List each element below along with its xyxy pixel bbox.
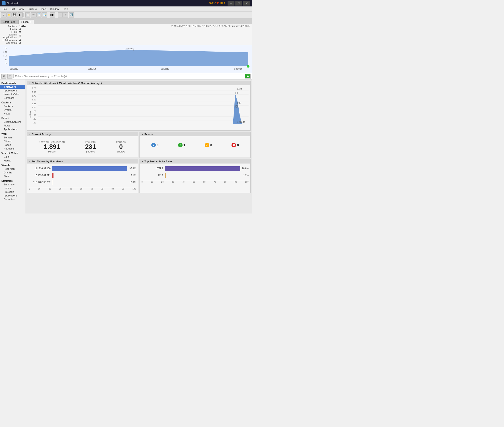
sidebar-item-requests[interactable]: Requests <box>0 147 25 150</box>
sidebar-item-applications-dash[interactable]: Applications <box>0 89 25 92</box>
protocol-bar-fill-1 <box>165 166 240 171</box>
packets-value: 1,024 <box>19 25 26 28</box>
sidebar-item-pages[interactable]: Pages <box>0 143 25 147</box>
sidebar-item-applications-stats[interactable]: Applications <box>0 194 25 197</box>
filter-run-button[interactable]: ▶ <box>245 74 251 78</box>
sidebar-item-network[interactable]: ● Network <box>0 85 25 89</box>
menu-tools[interactable]: Tools <box>39 7 48 11</box>
event-ok-count: 1 <box>183 143 185 147</box>
files-value: 0 <box>19 30 26 33</box>
toolbar-btn-8[interactable]: 📑 <box>42 12 47 17</box>
tabbar: Start Page 1.pcap ✕ <box>0 18 252 24</box>
events-header[interactable]: ▼ Events <box>140 132 251 136</box>
sidebar-item-countries[interactable]: Countries <box>0 197 25 201</box>
y-axis: 2.252.001.751.501.251.00.75.50.25.00 <box>29 87 37 124</box>
sidebar-item-summary[interactable]: Summary <box>0 183 25 186</box>
filter-funnel-button[interactable]: ▽ <box>1 74 7 78</box>
top-protocols-header[interactable]: ▼ Top Protocols by Bytes <box>140 159 251 164</box>
packets-label: Packets: <box>2 25 17 28</box>
tab-start-page-label: Start Page <box>3 21 16 23</box>
top-talkers-title: Top Talkers by IP Address <box>32 160 63 163</box>
svg-marker-5 <box>9 50 248 66</box>
maximize-button[interactable]: □ <box>235 1 242 6</box>
tab-close-icon[interactable]: ✕ <box>30 21 31 23</box>
sidebar-item-notes[interactable]: Notes <box>0 112 25 115</box>
toolbar-sep-3 <box>56 13 57 17</box>
sidebar-item-events[interactable]: Events <box>0 108 25 112</box>
sidebar-item-protocols[interactable]: Protocols <box>0 190 25 194</box>
sidebar-item-media[interactable]: Media <box>0 159 25 162</box>
menu-help[interactable]: Help <box>61 7 70 11</box>
sidebar-item-servers[interactable]: Servers <box>0 136 25 139</box>
talker-bar-area-3 <box>52 180 130 185</box>
event-warn-count: 0 <box>210 143 212 147</box>
current-activity-panel: ▼ Current Activity NETWORK UTILIZATION 1… <box>27 132 138 158</box>
event-info-count: 0 <box>157 143 159 147</box>
toolbar: ↺ 📁 💾 ▶ 📋 ✂ 📄 📑 ▶▶ + ? 🔄 <box>0 12 252 18</box>
sidebar-item-packets[interactable]: Packets <box>0 104 25 108</box>
menu-edit[interactable]: Edit <box>9 7 17 11</box>
talker-pct-3: 0.0% <box>130 181 136 183</box>
toolbar-btn-12[interactable]: 🔄 <box>69 12 74 17</box>
minimize-button[interactable]: ─ <box>228 1 235 6</box>
toolbar-btn-7[interactable]: 📄 <box>36 12 41 17</box>
y-axis-label: Mbits/s <box>29 111 32 118</box>
sidebar-item-clients[interactable]: Clients <box>0 139 25 143</box>
menu-view[interactable]: View <box>17 7 26 11</box>
tab-start-page[interactable]: Start Page <box>1 20 18 24</box>
sidebar-item-applications-expert[interactable]: Applications <box>0 127 25 131</box>
talker-bar-fill-3 <box>52 180 52 185</box>
toolbar-btn-4[interactable]: ▶ <box>17 12 23 17</box>
talkers-x-axis: 0102030405060708090100 <box>29 187 136 190</box>
countries-value: 3 <box>19 41 26 44</box>
talker-bar-area-2 <box>52 173 130 178</box>
events-value: 1 <box>19 33 26 36</box>
filterbar: ▽ ▾ ▶ <box>0 73 252 79</box>
menu-window[interactable]: Window <box>48 7 61 11</box>
close-button[interactable]: ✕ <box>243 1 250 6</box>
sidebar-item-compass[interactable]: Compass <box>0 96 25 100</box>
svg-text:2.00: 2.00 <box>3 47 7 50</box>
network-utilization-header[interactable]: ▼ Network Utilization - 2 Minute Window … <box>27 81 250 85</box>
sidebar-section-capture: Capture <box>0 101 25 104</box>
protocol-pct-1: 98.8% <box>241 167 249 170</box>
toolbar-btn-2[interactable]: 📁 <box>7 12 12 17</box>
metric-errors-unit: errors/s <box>116 150 126 153</box>
filter-dropdown-button[interactable]: ▾ <box>7 74 12 78</box>
sidebar-item-clients-servers[interactable]: Clients/Servers <box>0 120 25 124</box>
sidebar-item-peer-map[interactable]: Peer Map <box>0 167 25 171</box>
toolbar-btn-10[interactable]: + <box>58 12 63 17</box>
sidebar-item-graphs[interactable]: Graphs <box>0 171 25 174</box>
flows-value: 4 <box>19 28 26 30</box>
sidebar-item-flows[interactable]: Flows <box>0 124 25 127</box>
svg-text:22:28:15: 22:28:15 <box>161 68 169 70</box>
sidebar-item-calls[interactable]: Calls <box>0 155 25 159</box>
talker-row-2: 10.163.244.211 2.1% <box>29 173 136 178</box>
toolbar-btn-11[interactable]: ? <box>63 12 68 17</box>
sidebar-section-statistics: Statistics <box>0 179 25 183</box>
toolbar-btn-1[interactable]: ↺ <box>1 12 6 17</box>
current-activity-header[interactable]: ▼ Current Activity <box>27 132 138 136</box>
talker-bar-fill-1 <box>52 166 127 171</box>
protocol-bar-area-2 <box>165 173 243 178</box>
filter-input[interactable] <box>13 74 244 78</box>
toolbar-btn-9[interactable]: ▶▶ <box>50 12 55 17</box>
toolbar-btn-3[interactable]: 💾 <box>12 12 17 17</box>
toolbar-btn-6[interactable]: ✂ <box>31 12 36 17</box>
sidebar-item-voice-video[interactable]: Voice & Video <box>0 92 25 96</box>
toolbar-btn-5[interactable]: 📋 <box>25 12 31 17</box>
menu-capture[interactable]: Capture <box>26 7 39 11</box>
sidebar-item-nodes[interactable]: Nodes <box>0 186 25 190</box>
talker-row-3: 118.178.135.232 0.0% <box>29 180 136 185</box>
content-area: ▼ Network Utilization - 2 Minute Window … <box>25 79 252 214</box>
activity-events-row: ▼ Current Activity NETWORK UTILIZATION 1… <box>27 132 251 158</box>
tab-pcap[interactable]: 1.pcap ✕ <box>18 20 34 24</box>
menu-file[interactable]: File <box>1 7 9 11</box>
metric-packets-value: 231 <box>85 143 96 150</box>
sidebar-item-files[interactable]: Files <box>0 174 25 178</box>
top-talkers-header[interactable]: ▼ Top Talkers by IP Address <box>27 159 138 164</box>
collapse-triangle-3-icon: ▼ <box>142 133 144 135</box>
mini-chart: 2.00 1.50 1.00 .50 .00 MAX 22:28:13 22:2… <box>0 45 252 73</box>
talkers-protocols-row: ▼ Top Talkers by IP Address 114.236.92.1… <box>27 159 251 193</box>
events-title: Events <box>144 133 153 136</box>
